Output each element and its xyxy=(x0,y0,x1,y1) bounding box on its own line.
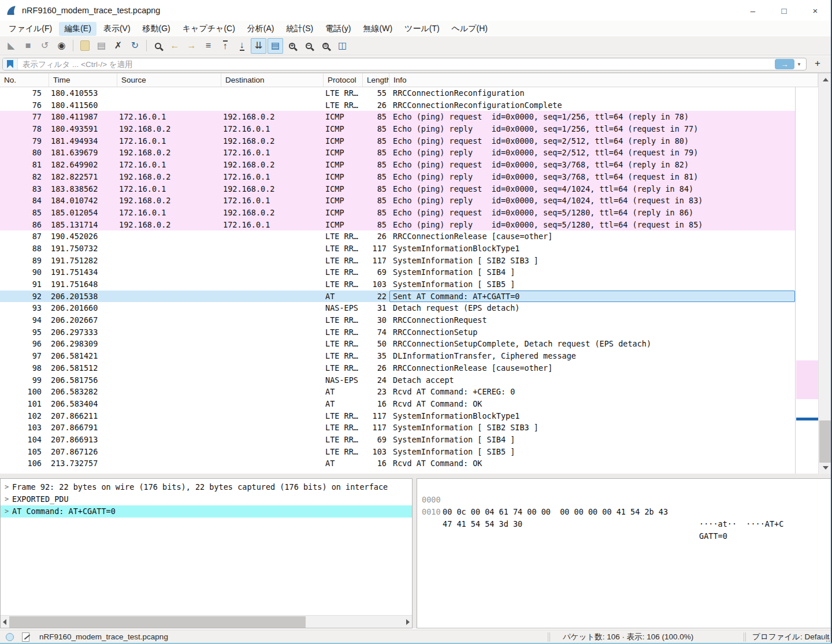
packet-list-scrollbar[interactable] xyxy=(818,73,832,474)
capture-comment-icon[interactable] xyxy=(22,632,29,642)
zoom-in-icon[interactable]: + xyxy=(284,38,300,54)
menu-item[interactable]: 編集(E) xyxy=(59,22,96,36)
zoom-out-icon[interactable]: − xyxy=(301,38,317,54)
packet-row[interactable]: 96 206.298309 LTE RR… 50 RRCConnectionSe… xyxy=(0,338,795,350)
close-button[interactable]: × xyxy=(800,0,831,21)
details-hscrollbar[interactable] xyxy=(1,615,412,628)
menu-item[interactable]: 統計(S) xyxy=(281,22,319,36)
packet-row[interactable]: 84 184.010742 192.168.0.2 172.16.0.1 ICM… xyxy=(0,195,795,207)
go-to-packet-icon[interactable]: ≡ xyxy=(200,38,216,54)
horizontal-pane-splitter[interactable] xyxy=(0,474,832,478)
menu-item[interactable]: 移動(G) xyxy=(138,22,176,36)
packet-row[interactable]: 105 207.867126 LTE RR… 103 SystemInforma… xyxy=(0,446,795,458)
menu-item[interactable]: ツール(T) xyxy=(399,22,445,36)
filter-bookmark-button[interactable] xyxy=(3,58,18,70)
apply-filter-button[interactable]: → xyxy=(775,59,794,69)
packet-row[interactable]: 87 190.452026 LTE RR… 26 RRCConnectionRe… xyxy=(0,230,795,243)
packet-row[interactable]: 83 183.838562 172.16.0.1 192.168.0.2 ICM… xyxy=(0,183,795,195)
column-header[interactable]: Protocol xyxy=(324,73,363,87)
expert-info-icon[interactable] xyxy=(6,633,14,641)
packet-row[interactable]: 101 206.583404 AT 16 Rcvd AT Command: OK xyxy=(0,398,795,410)
menu-item[interactable]: 表示(V) xyxy=(98,22,136,36)
maximize-button[interactable]: □ xyxy=(768,0,800,21)
display-filter-input[interactable] xyxy=(18,60,775,69)
menu-item[interactable]: ファイル(F) xyxy=(3,22,57,36)
colorize-icon[interactable]: ▤ xyxy=(268,38,283,54)
packet-row[interactable]: 100 206.583282 AT 23 Rcvd AT Command: +C… xyxy=(0,386,795,398)
expand-chevron-icon[interactable]: > xyxy=(1,481,12,493)
scroll-right-arrow-icon[interactable] xyxy=(406,619,410,625)
packet-row[interactable]: 99 206.581756 NAS-EPS 24 Detach accept xyxy=(0,374,795,386)
packet-row[interactable]: 88 191.750732 LTE RR… 117 SystemInformat… xyxy=(0,243,795,255)
close-file-icon[interactable]: ✗ xyxy=(110,38,126,54)
packet-row[interactable]: 95 206.297333 LTE RR… 74 RRCConnectionSe… xyxy=(0,326,795,338)
packet-row[interactable]: 80 181.639679 192.168.0.2 172.16.0.1 ICM… xyxy=(0,147,795,159)
packet-row[interactable]: 91 191.751648 LTE RR… 103 SystemInformat… xyxy=(0,278,795,291)
packet-row[interactable]: 98 206.581512 LTE RR… 26 RRCConnectionRe… xyxy=(0,362,795,374)
hex-row[interactable]: 0000 00 0c 00 04 61 74 00 00 00 00 00 00… xyxy=(417,482,831,494)
packet-row[interactable]: 76 180.411560 LTE RR… 26 RRCConnectionRe… xyxy=(0,99,795,111)
menu-item[interactable]: 無線(W) xyxy=(358,22,398,36)
column-header[interactable]: Destination xyxy=(221,73,324,87)
resize-columns-icon[interactable]: ◫ xyxy=(335,38,350,54)
packet-row[interactable]: 81 182.649902 172.16.0.1 192.168.0.2 ICM… xyxy=(0,159,795,171)
column-header[interactable]: Length xyxy=(363,73,389,87)
column-header[interactable]: Info xyxy=(389,73,818,87)
column-header[interactable]: Time xyxy=(49,73,117,87)
packet-row[interactable]: 104 207.866913 LTE RR… 69 SystemInformat… xyxy=(0,434,795,446)
expand-chevron-icon[interactable]: > xyxy=(1,505,12,518)
packet-row[interactable]: 77 180.411987 172.16.0.1 192.168.0.2 ICM… xyxy=(0,111,795,123)
add-filter-button[interactable]: + xyxy=(811,57,824,70)
packet-row[interactable]: 106 213.732757 AT 16 Rcvd AT Command: OK xyxy=(0,457,795,470)
zoom-reset-icon[interactable]: = xyxy=(318,38,333,54)
stop-capture-icon[interactable]: ■ xyxy=(20,38,36,54)
go-last-packet-icon[interactable]: ↓ xyxy=(234,38,250,54)
menu-item[interactable]: キャプチャ(C) xyxy=(177,22,240,36)
packet-row[interactable]: 90 191.751434 LTE RR… 69 SystemInformati… xyxy=(0,266,795,278)
packet-row[interactable]: 97 206.581421 LTE RR… 35 DLInformationTr… xyxy=(0,350,795,362)
minimize-button[interactable]: – xyxy=(737,0,768,21)
menu-item[interactable]: 電話(y) xyxy=(320,22,356,36)
packet-row[interactable]: 94 206.202667 LTE RR… 30 RRCConnectionRe… xyxy=(0,314,795,326)
packet-row[interactable]: 78 180.493591 192.168.0.2 172.16.0.1 ICM… xyxy=(0,123,795,135)
capture-options-icon[interactable]: ◉ xyxy=(54,38,69,54)
go-forward-icon[interactable]: → xyxy=(184,38,199,54)
packet-row[interactable]: 82 182.822571 192.168.0.2 172.16.0.1 ICM… xyxy=(0,171,795,183)
packet-row[interactable]: 75 180.410553 LTE RR… 55 RRCConnectionRe… xyxy=(0,87,795,99)
scroll-down-arrow-icon[interactable] xyxy=(823,466,829,470)
packet-row[interactable]: 103 207.866791 LTE RR… 117 SystemInforma… xyxy=(0,422,795,434)
profile-text[interactable]: プロファイル: Default xyxy=(752,630,829,644)
packet-row[interactable]: 85 185.012054 172.16.0.1 192.168.0.2 ICM… xyxy=(0,207,795,219)
packet-row[interactable]: 86 185.131714 192.168.0.2 172.16.0.1 ICM… xyxy=(0,219,795,231)
packet-row[interactable]: 89 191.751282 LTE RR… 117 SystemInformat… xyxy=(0,255,795,267)
save-file-icon[interactable]: ▤ xyxy=(94,38,109,54)
reload-file-icon[interactable]: ↻ xyxy=(127,38,143,54)
packet-row[interactable]: 79 181.494934 172.16.0.1 192.168.0.2 ICM… xyxy=(0,135,795,147)
scroll-up-arrow-icon[interactable] xyxy=(823,78,829,81)
expand-chevron-icon[interactable]: > xyxy=(1,493,12,505)
column-header[interactable]: No. xyxy=(0,73,49,87)
menu-item[interactable]: 分析(A) xyxy=(242,22,280,36)
scrollbar-thumb[interactable] xyxy=(819,420,832,463)
display-filter-field[interactable]: → ▼ xyxy=(2,58,807,70)
go-first-packet-icon[interactable]: ↑ xyxy=(217,38,233,54)
scrollbar-thumb[interactable] xyxy=(9,616,306,628)
resize-grip[interactable] xyxy=(824,636,825,637)
packet-row[interactable]: 102 207.866211 LTE RR… 117 SystemInforma… xyxy=(0,410,795,422)
menu-item[interactable]: ヘルプ(H) xyxy=(447,22,493,36)
packet-row[interactable]: 92 206.201538 AT 22 Sent AT Command: AT+… xyxy=(0,291,795,303)
detail-row[interactable]: > EXPORTED_PDU xyxy=(1,493,412,505)
open-file-icon[interactable] xyxy=(77,38,92,54)
hex-row[interactable]: 0010 47 41 54 54 3d 30 GATT=0 xyxy=(417,494,831,506)
column-header[interactable]: Source xyxy=(117,73,221,87)
go-back-icon[interactable]: ← xyxy=(167,38,183,54)
filter-dropdown-caret-icon[interactable]: ▼ xyxy=(797,62,801,67)
start-capture-icon[interactable]: ◣ xyxy=(3,38,19,54)
vertical-pane-splitter[interactable] xyxy=(413,478,417,628)
detail-row[interactable]: > AT Command: AT+CGATT=0 xyxy=(1,505,412,518)
auto-scroll-icon[interactable]: ⇊ xyxy=(251,38,266,54)
intelligent-scrollbar-minimap[interactable] xyxy=(795,87,818,474)
find-packet-icon[interactable] xyxy=(150,38,166,54)
detail-row[interactable]: > Frame 92: 22 bytes on wire (176 bits),… xyxy=(1,481,412,493)
packet-row[interactable]: 93 206.201660 NAS-EPS 31 Detach request … xyxy=(0,302,795,314)
